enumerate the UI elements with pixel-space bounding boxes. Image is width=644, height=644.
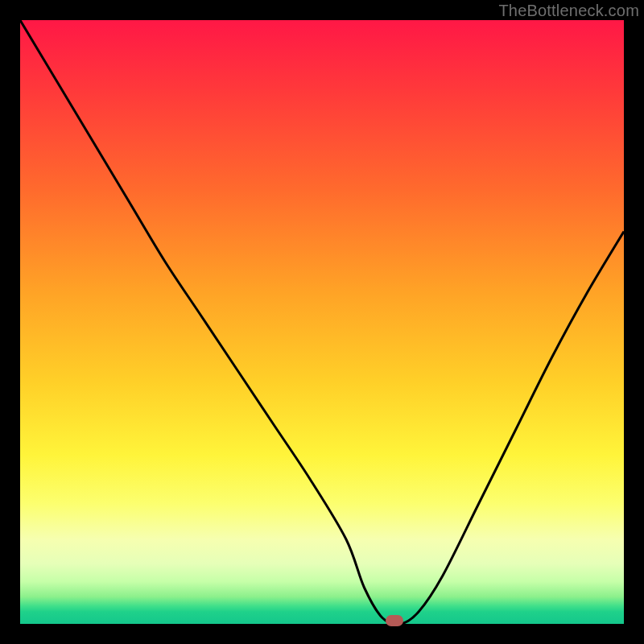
plot-area [20,20,624,624]
curve-path [20,20,624,624]
optimal-marker [386,615,403,626]
watermark-text: TheBottleneck.com [498,2,639,20]
chart-frame: TheBottleneck.com [0,0,644,644]
bottleneck-curve [20,20,624,624]
